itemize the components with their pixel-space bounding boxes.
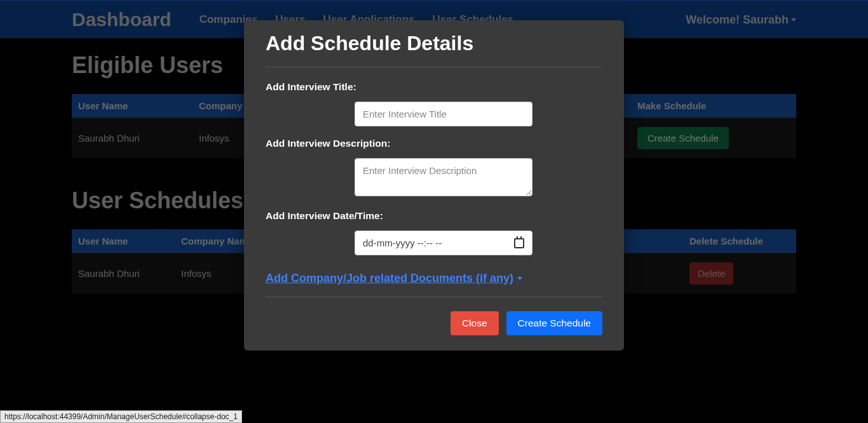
label-interview-datetime: Add Interview Date/Time: [266,210,602,222]
add-documents-text: Add Company/Job related Documents (if an… [266,272,513,285]
divider [266,67,602,67]
close-button[interactable]: Close [451,311,499,335]
interview-title-input[interactable] [355,102,532,126]
modal-title: Add Schedule Details [266,32,602,55]
datetime-value: dd-mm-yyyy --:-- -- [363,238,442,248]
add-documents-link[interactable]: Add Company/Job related Documents (if an… [266,272,522,285]
create-schedule-submit-button[interactable]: Create Schedule [506,311,602,335]
calendar-icon [514,238,524,248]
add-schedule-modal: Add Schedule Details Add Interview Title… [244,20,624,351]
chevron-down-icon [517,277,522,280]
interview-datetime-input[interactable]: dd-mm-yyyy --:-- -- [355,231,532,255]
status-bar: https://localhost:44399/Admin/ManageUser… [0,410,242,423]
label-interview-title: Add Interview Title: [266,81,602,93]
interview-description-input[interactable] [355,158,532,196]
modal-footer: Close Create Schedule [266,297,602,335]
label-interview-description: Add Interview Description: [266,138,602,149]
